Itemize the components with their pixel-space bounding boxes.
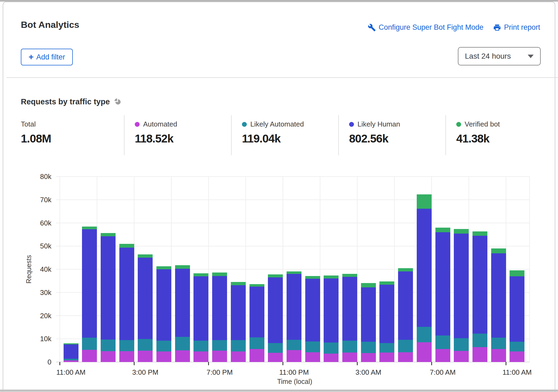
bar-segment[interactable] — [510, 342, 524, 351]
bar-segment[interactable] — [417, 194, 432, 208]
bar-segment[interactable] — [454, 234, 469, 338]
bar-segment[interactable] — [64, 360, 78, 362]
bar-segment[interactable] — [101, 236, 116, 339]
bar-segment[interactable] — [398, 271, 413, 340]
bar-segment[interactable] — [454, 229, 469, 234]
bar-segment[interactable] — [119, 248, 134, 340]
bar-segment[interactable] — [435, 228, 450, 232]
bar-segment[interactable] — [398, 340, 413, 352]
bar-segment[interactable] — [305, 341, 320, 352]
bar-segment[interactable] — [324, 275, 339, 278]
bar-segment[interactable] — [417, 209, 432, 327]
bar-segment[interactable] — [193, 341, 208, 351]
bar-segment[interactable] — [101, 233, 116, 236]
bar-segment[interactable] — [454, 338, 469, 351]
bar-segment[interactable] — [342, 353, 357, 362]
bar-segment[interactable] — [250, 349, 264, 362]
bar-segment[interactable] — [212, 340, 227, 351]
bar-segment[interactable] — [119, 351, 134, 362]
configure-super-bot-fight-mode-link[interactable]: Configure Super Bot Fight Mode — [368, 23, 483, 32]
bar-segment[interactable] — [64, 343, 78, 344]
bar-segment[interactable] — [64, 359, 78, 360]
bar-segment[interactable] — [156, 351, 171, 362]
bar-segment[interactable] — [138, 351, 153, 362]
time-range-select[interactable]: Last 24 hours — [458, 47, 541, 65]
bar-segment[interactable] — [175, 269, 190, 337]
bar-segment[interactable] — [156, 341, 171, 351]
bar-segment[interactable] — [324, 343, 339, 354]
bar-segment[interactable] — [175, 350, 190, 362]
bar-segment[interactable] — [175, 265, 190, 269]
bar-segment[interactable] — [193, 276, 208, 341]
bar-segment[interactable] — [379, 281, 394, 285]
bar-segment[interactable] — [250, 284, 264, 287]
bar-segment[interactable] — [510, 270, 524, 276]
bar-segment[interactable] — [231, 340, 246, 351]
add-filter-button[interactable]: + Add filter — [21, 49, 73, 65]
bar-segment[interactable] — [119, 244, 134, 248]
bar-segment[interactable] — [379, 343, 394, 353]
bar-segment[interactable] — [379, 285, 394, 343]
bar-segment[interactable] — [491, 338, 506, 349]
bar-segment[interactable] — [435, 232, 450, 335]
bar-segment[interactable] — [212, 351, 227, 362]
bar-segment[interactable] — [510, 351, 524, 362]
bar-segment[interactable] — [472, 236, 487, 334]
bar-segment[interactable] — [268, 274, 283, 277]
bar-segment[interactable] — [324, 278, 339, 343]
bar-segment[interactable] — [305, 352, 320, 362]
bar-segment[interactable] — [101, 340, 116, 351]
bar-segment[interactable] — [138, 339, 153, 351]
bar-segment[interactable] — [305, 279, 320, 341]
bar-segment[interactable] — [250, 287, 264, 338]
bar-segment[interactable] — [342, 341, 357, 353]
bar-segment[interactable] — [342, 274, 357, 277]
bar-segment[interactable] — [472, 231, 487, 236]
bar-segment[interactable] — [268, 277, 283, 343]
bar-segment[interactable] — [231, 282, 246, 285]
bar-segment[interactable] — [398, 352, 413, 362]
bar-segment[interactable] — [268, 353, 283, 362]
bar-segment[interactable] — [417, 327, 432, 342]
bar-segment[interactable] — [435, 335, 450, 349]
bar-segment[interactable] — [342, 277, 357, 341]
bar-segment[interactable] — [119, 340, 134, 351]
bar-segment[interactable] — [361, 283, 376, 287]
bar-segment[interactable] — [231, 285, 246, 340]
bar-segment[interactable] — [231, 351, 246, 362]
bar-segment[interactable] — [287, 274, 301, 340]
bar-segment[interactable] — [361, 342, 376, 353]
bar-segment[interactable] — [454, 351, 469, 362]
bar-segment[interactable] — [305, 276, 320, 279]
bar-segment[interactable] — [138, 254, 153, 258]
bar-segment[interactable] — [398, 268, 413, 271]
print-report-link[interactable]: Print report — [493, 23, 540, 32]
bar-segment[interactable] — [324, 354, 339, 362]
bar-segment[interactable] — [82, 227, 97, 229]
bar-segment[interactable] — [82, 350, 97, 362]
bar-segment[interactable] — [82, 229, 97, 338]
bar-segment[interactable] — [379, 353, 394, 362]
bar-segment[interactable] — [417, 342, 432, 362]
bar-segment[interactable] — [491, 248, 506, 253]
bar-segment[interactable] — [435, 349, 450, 362]
bar-segment[interactable] — [287, 350, 301, 362]
bar-segment[interactable] — [82, 338, 97, 350]
bar-segment[interactable] — [287, 340, 301, 350]
bar-segment[interactable] — [268, 343, 283, 353]
bar-segment[interactable] — [510, 276, 524, 342]
bar-segment[interactable] — [212, 273, 227, 276]
bar-segment[interactable] — [361, 353, 376, 362]
bar-segment[interactable] — [101, 351, 116, 362]
bar-segment[interactable] — [491, 349, 506, 362]
bar-segment[interactable] — [175, 337, 190, 351]
bar-segment[interactable] — [361, 287, 376, 342]
bar-segment[interactable] — [156, 266, 171, 269]
bar-segment[interactable] — [64, 344, 78, 359]
bar-segment[interactable] — [193, 273, 208, 276]
bar-segment[interactable] — [138, 258, 153, 339]
bar-segment[interactable] — [156, 269, 171, 341]
bar-segment[interactable] — [491, 253, 506, 338]
bar-segment[interactable] — [250, 337, 264, 349]
bar-segment[interactable] — [193, 351, 208, 362]
